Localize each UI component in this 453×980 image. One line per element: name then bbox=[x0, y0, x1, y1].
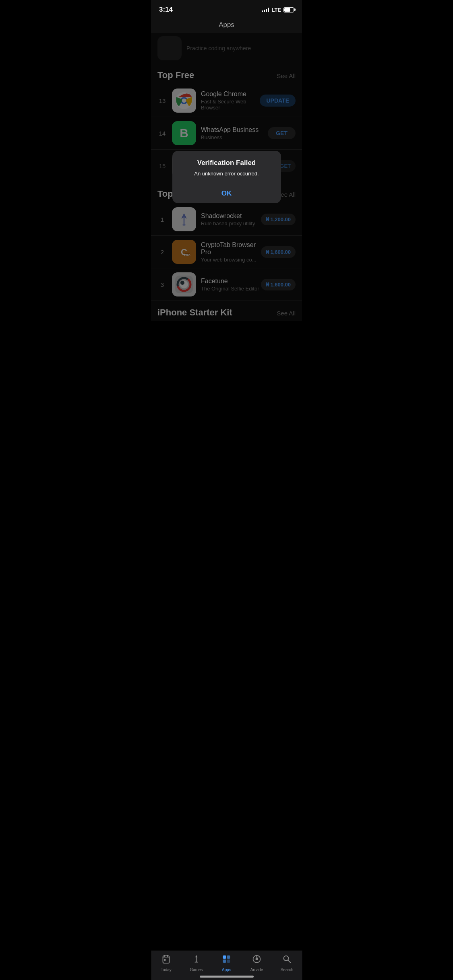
modal-ok-button[interactable]: OK bbox=[172, 184, 281, 203]
modal-overlay: Verification Failed An unknown error occ… bbox=[151, 33, 302, 321]
nav-title: Apps bbox=[151, 17, 302, 33]
modal-title: Verification Failed bbox=[180, 159, 273, 167]
lte-label: LTE bbox=[271, 7, 281, 13]
signal-bar-2 bbox=[264, 10, 265, 12]
status-right: LTE bbox=[262, 7, 294, 13]
modal-actions: OK bbox=[172, 184, 281, 203]
modal-body: Verification Failed An unknown error occ… bbox=[172, 151, 281, 184]
signal-bar-4 bbox=[268, 8, 269, 12]
status-bar: 3:14 LTE bbox=[151, 0, 302, 17]
signal-bar-1 bbox=[262, 10, 263, 12]
verification-failed-modal: Verification Failed An unknown error occ… bbox=[172, 151, 281, 204]
signal-bars bbox=[262, 7, 269, 12]
modal-message: An unknown error occurred. bbox=[180, 170, 273, 177]
battery-icon bbox=[283, 7, 294, 12]
app-content: Practice coding anywhere Top Free See Al… bbox=[151, 33, 302, 321]
battery-fill bbox=[284, 8, 290, 12]
signal-bar-3 bbox=[266, 9, 267, 12]
status-time: 3:14 bbox=[159, 6, 173, 14]
